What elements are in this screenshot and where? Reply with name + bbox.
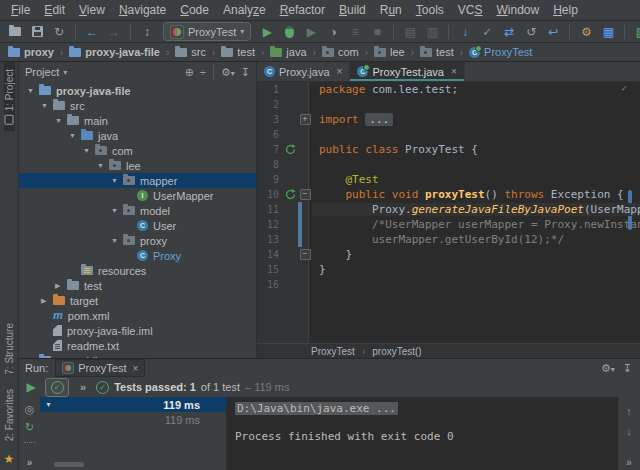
tool-window-tab-project[interactable]: 1: Project — [4, 62, 15, 131]
synchronize-icon[interactable]: ↻ — [49, 22, 69, 41]
breadcrumb-proxy[interactable]: proxy — [6, 46, 56, 58]
tree-item-proxy-java-file[interactable]: ▼proxy-java-file — [19, 83, 256, 98]
more-actions-icon[interactable]: » — [80, 381, 86, 393]
running-processes-icon[interactable]: ≡ — [345, 22, 365, 41]
menu-vcs[interactable]: VCS — [451, 3, 490, 17]
code-line-16[interactable]: 16 — [257, 277, 640, 292]
editor-breadcrumb-item[interactable]: proxyTest() — [372, 346, 421, 357]
layout-1-icon[interactable]: ▤ — [400, 22, 420, 41]
tree-arrow-icon[interactable]: ▼ — [83, 147, 94, 154]
tree-arrow-icon[interactable]: ▼ — [97, 162, 108, 169]
tool-window-tab-structure[interactable]: 7: Structure — [4, 316, 15, 382]
code-line-1[interactable]: 1package com.lee.test; — [257, 82, 640, 97]
run-with-coverage-icon[interactable]: ▶ — [301, 22, 321, 41]
code-line-12[interactable]: 12 /*UserMapper userMapper = Proxy.newIn… — [257, 217, 640, 232]
vcs-update-icon[interactable]: ↓ — [455, 22, 475, 41]
tree-item-lee[interactable]: ▼lee — [19, 158, 256, 173]
menu-refactor[interactable]: Refactor — [273, 3, 332, 17]
close-icon[interactable]: × — [337, 66, 343, 77]
tree-item-readme.txt[interactable]: readme.txt — [19, 338, 256, 353]
tree-arrow-icon[interactable]: ▼ — [69, 132, 80, 139]
tree-item-model[interactable]: ▼model — [19, 203, 256, 218]
breadcrumb-proxytest[interactable]: CProxyTest — [467, 46, 534, 58]
project-structure-icon[interactable]: ▦ — [598, 22, 618, 41]
tree-item-proxy[interactable]: CProxy — [19, 248, 256, 263]
code-line-3[interactable]: 3+import ... — [257, 112, 640, 127]
vcs-rollback-icon[interactable]: ↩ — [543, 22, 563, 41]
layout-2-icon[interactable]: ▥ — [422, 22, 442, 41]
close-icon[interactable]: × — [133, 363, 139, 374]
tree-arrow-icon[interactable]: ▼ — [55, 117, 66, 124]
hide-panel-icon[interactable]: ↧ — [623, 362, 632, 375]
tree-item-com[interactable]: ▼com — [19, 143, 256, 158]
save-all-icon[interactable] — [27, 22, 47, 41]
scroll-up-icon[interactable]: ↑ — [626, 406, 632, 417]
collapse-all-icon[interactable]: ÷ — [200, 66, 206, 78]
run-tab-proxytest[interactable]: ProxyTest × — [55, 359, 145, 377]
code-line-14[interactable]: 14− } — [257, 247, 640, 262]
tree-item-proxy-java-file.iml[interactable]: proxy-java-file.iml — [19, 323, 256, 338]
menu-edit[interactable]: Edit — [37, 3, 72, 17]
menu-build[interactable]: Build — [332, 3, 373, 17]
run-config-selector[interactable]: ProxyTest ▾ — [163, 22, 251, 41]
menu-tools[interactable]: Tools — [409, 3, 451, 17]
vcs-compare-icon[interactable]: ⇄ — [499, 22, 519, 41]
menu-navigate[interactable]: Navigate — [112, 3, 173, 17]
test-node[interactable]: 119 ms — [40, 412, 226, 427]
hide-panel-icon[interactable]: ↧ — [241, 66, 250, 79]
locate-icon[interactable]: ⊕ — [185, 66, 194, 79]
breadcrumb-java[interactable]: java — [268, 46, 308, 58]
more-icon[interactable]: » — [27, 457, 33, 468]
settings-wrench-icon[interactable]: ⚙ — [576, 22, 596, 41]
code-editor[interactable]: ✓ 1package com.lee.test;23+import ...67p… — [257, 82, 640, 343]
breadcrumb-proxy-java-file[interactable]: proxy-java-file — [67, 46, 162, 58]
tree-item-proxy[interactable]: ▼proxy — [19, 233, 256, 248]
fold-minus-icon[interactable]: − — [300, 249, 311, 260]
rerun-tests-icon[interactable]: ▶ — [22, 380, 40, 394]
tree-item-resources[interactable]: resources — [19, 263, 256, 278]
show-ignored-icon[interactable]: ◎ — [25, 404, 35, 415]
breadcrumb-lee[interactable]: lee — [372, 46, 407, 58]
breadcrumb-test[interactable]: test — [219, 46, 257, 58]
tree-arrow-icon[interactable]: ▼ — [111, 207, 122, 214]
scroll-down-icon[interactable]: ↓ — [626, 426, 632, 437]
code-line-2[interactable]: 2 — [257, 97, 640, 112]
vcs-commit-icon[interactable]: ✓ — [477, 22, 497, 41]
code-line-9[interactable]: 9 @Test — [257, 172, 640, 187]
code-line-11[interactable]: 11 Proxy.generateJavaFileByJavaPoet(User… — [257, 202, 640, 217]
favorites-star-icon[interactable]: ★ — [4, 452, 15, 466]
menu-window[interactable]: Window — [489, 3, 546, 17]
breadcrumb-src[interactable]: src — [173, 46, 208, 58]
editor-breadcrumb-item[interactable]: ProxyTest — [311, 346, 355, 357]
debug-icon[interactable] — [279, 22, 299, 41]
options-gear-icon[interactable]: ⚙▾ — [221, 66, 235, 79]
stop-icon[interactable]: ■ — [367, 22, 387, 41]
tree-arrow-icon[interactable]: ▼ — [45, 401, 57, 408]
more-chevrons-icon[interactable]: » — [626, 457, 632, 468]
project-panel-title[interactable]: Project — [25, 66, 59, 78]
tree-item-java[interactable]: ▼java — [19, 128, 256, 143]
close-icon[interactable]: × — [451, 66, 457, 77]
tree-item-target[interactable]: ▶target — [19, 293, 256, 308]
run-test-gutter-icon[interactable] — [283, 144, 298, 155]
run-icon[interactable]: ▶ — [257, 22, 277, 41]
back-icon[interactable]: ← — [82, 22, 102, 41]
run-settings-gear-icon[interactable]: ⚙▾ — [601, 362, 615, 375]
fold-minus-icon[interactable]: − — [300, 189, 311, 200]
tree-arrow-icon[interactable]: ▼ — [41, 102, 52, 109]
code-line-15[interactable]: 15} — [257, 262, 640, 277]
tool-window-tab-favorites[interactable]: 2: Favorites — [4, 382, 15, 448]
tree-item-mapper[interactable]: ▼mapper — [19, 173, 256, 188]
profiler-icon[interactable]: ◑ — [323, 22, 343, 41]
code-line-7[interactable]: 7public class ProxyTest { — [257, 142, 640, 157]
rerun-failed-tests-icon[interactable]: ↻ — [25, 422, 34, 433]
code-line-6[interactable]: 6 — [257, 127, 640, 142]
horizontal-scrollbar-thumb[interactable] — [54, 462, 84, 467]
tree-arrow-icon[interactable]: ▶ — [41, 297, 52, 305]
code-line-10[interactable]: 10− public void proxyTest() throws Excep… — [257, 187, 640, 202]
tree-arrow-icon[interactable]: ▼ — [27, 87, 38, 94]
tree-arrow-icon[interactable]: ▼ — [111, 177, 122, 184]
vcs-history-icon[interactable]: ↺ — [521, 22, 541, 41]
menu-file[interactable]: File — [4, 3, 37, 17]
test-node[interactable]: ▼119 ms — [40, 397, 226, 412]
